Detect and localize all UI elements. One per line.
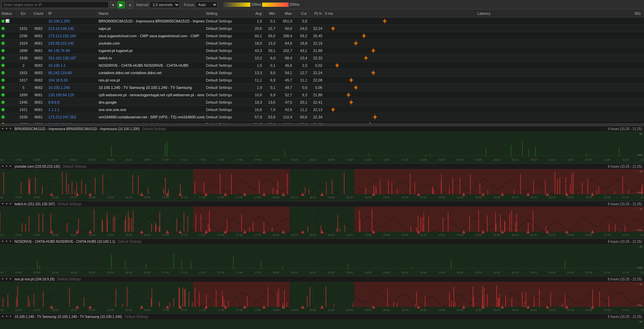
- interval-select[interactable]: 2,5 seconds 5 seconds 10 seconds: [150, 1, 180, 8]
- table-row[interactable]: 📊 10.100.1.200 BRN30055C8A151D - Impress…: [0, 17, 644, 25]
- svg-text:20:40: 20:40: [567, 309, 574, 312]
- ip-link[interactable]: 130.185.84.129: [48, 93, 74, 97]
- svg-rect-221: [354, 169, 644, 194]
- min-cell: 0,1: [263, 17, 277, 24]
- svg-text:19:40: 19:40: [457, 233, 464, 236]
- ip-link[interactable]: 151.101.130.167: [48, 56, 76, 60]
- chart-menu[interactable]: • • •: [2, 314, 12, 319]
- ip-cell[interactable]: 173.212.247.253: [47, 113, 97, 120]
- svg-text:20:30: 20:30: [549, 309, 556, 312]
- count-cell: 8682: [30, 84, 47, 91]
- ip-cell[interactable]: 94.130.76.99: [47, 47, 97, 54]
- ip-cell[interactable]: 130.185.84.129: [47, 91, 97, 98]
- table-row[interactable]: 1945 8681 8.8.8.8 dns.google Default Set…: [0, 99, 644, 106]
- ip-cell[interactable]: 1.1.1.1: [47, 106, 97, 113]
- svg-text:19:40: 19:40: [457, 271, 464, 274]
- ip-cell[interactable]: 34.232.130.92: [47, 121, 97, 123]
- setting-cell: Default Settings: [205, 25, 248, 32]
- svg-rect-14: [371, 49, 375, 52]
- svg-text:17:10: 17:10: [180, 309, 187, 312]
- pause-button[interactable]: ⏸: [126, 1, 133, 8]
- setting-cell: Default Settings: [205, 106, 248, 113]
- ip-cell[interactable]: 8.8.8.8: [47, 99, 97, 106]
- svg-text:18:50: 18:50: [365, 196, 372, 199]
- chart-menu[interactable]: • • •: [2, 126, 12, 131]
- latency-bar-100ms: [224, 2, 251, 7]
- svg-text:20:50: 20:50: [585, 196, 592, 199]
- svg-text:19:00: 19:00: [383, 309, 390, 312]
- avg-cell: 57,9: [248, 113, 263, 120]
- table-row[interactable]: 1931 8682 213.13.146.142 sapo.pt Default…: [0, 25, 644, 32]
- ip-cell[interactable]: 10.100.1.1: [47, 62, 97, 69]
- svg-text:18:10: 18:10: [291, 271, 298, 274]
- ip-link[interactable]: 10.100.1.240: [48, 86, 70, 90]
- ip-cell[interactable]: 213.13.146.142: [47, 25, 97, 32]
- chart-header: • • • youtube.com (216.58.215.142) Defau…: [0, 164, 644, 169]
- ip-cell[interactable]: 85.242.119.60: [47, 69, 97, 76]
- name-cell: BRN30055C8A151D - Impressora BRN30055C8A…: [97, 17, 205, 24]
- focus-select[interactable]: Auto Manual: [195, 1, 218, 8]
- ip-link[interactable]: 173.212.226.160: [48, 34, 76, 38]
- svg-text:20:20: 20:20: [530, 158, 537, 161]
- svg-text:15:40: 15:40: [15, 233, 22, 236]
- svg-text:21:00: 21:00: [604, 233, 611, 236]
- chart-icon: 📊: [5, 19, 9, 23]
- resize-divider[interactable]: • • •: [0, 123, 644, 126]
- ip-cell[interactable]: 173.212.226.160: [47, 32, 97, 39]
- target-input[interactable]: [1, 1, 109, 8]
- svg-rect-33: [325, 100, 392, 105]
- chart-menu[interactable]: • • •: [2, 164, 12, 169]
- ip-cell[interactable]: 216.58.215.142: [47, 40, 97, 47]
- svg-text:18:30: 18:30: [328, 309, 335, 312]
- svg-rect-677: [354, 282, 644, 307]
- svg-rect-9: [325, 41, 392, 46]
- table-row[interactable]: 1917 8682 104.18.9.26 nos.pt nos.pt Defa…: [0, 76, 644, 84]
- ip-link[interactable]: 216.58.215.142: [48, 41, 74, 45]
- table-row[interactable]: 1938 8682 151.101.130.167 twitch.tv Defa…: [0, 54, 644, 62]
- chart-menu[interactable]: • • •: [2, 277, 12, 281]
- chart-header: • • • BRN30055C8A151D - Impressora BRN30…: [0, 126, 644, 131]
- target-dropdown[interactable]: ▼: [110, 1, 116, 8]
- chart-svg: 15:3015:4015:5016:0016:1016:2016:3016:40…: [0, 319, 644, 329]
- svg-text:17:30: 17:30: [217, 158, 224, 161]
- chart-block: • • • NOSDRIVE - CHITA-HUB5 NOSDRIVE - C…: [0, 239, 644, 276]
- table-row[interactable]: 1899 8681 94.130.76.99 tuganet.pt tugane…: [0, 47, 644, 54]
- table-row[interactable]: 1899 8681 130.185.84.129 cp9.webserver.p…: [0, 91, 644, 99]
- ip-link[interactable]: 10.100.1.200: [48, 19, 70, 23]
- ip-cell[interactable]: 104.18.9.26: [47, 76, 97, 84]
- ip-cell[interactable]: 10.100.1.200: [47, 17, 97, 24]
- ip-link[interactable]: 94.130.76.99: [48, 49, 70, 53]
- svg-text:16:00: 16:00: [52, 196, 59, 199]
- svg-text:16:50: 16:50: [144, 196, 151, 199]
- min-cell: 13,3: [263, 40, 277, 47]
- ip-link[interactable]: 173.212.247.253: [48, 115, 76, 119]
- svg-text:17:50: 17:50: [254, 271, 261, 274]
- ip-link[interactable]: 85.242.119.60: [48, 71, 72, 75]
- table-row[interactable]: 2296 8681 173.212.226.160 zeus.tuganetcl…: [0, 32, 644, 40]
- table-row[interactable]: 1939 8681 173.212.247.253 vmi164600.cont…: [0, 113, 644, 121]
- ip-cell[interactable]: 10.100.1.240: [47, 84, 97, 91]
- svg-text:18:20: 18:20: [309, 271, 316, 274]
- latency-spark: [325, 77, 392, 83]
- chart-menu[interactable]: • • •: [2, 239, 12, 244]
- svg-text:18:30: 18:30: [328, 158, 335, 161]
- ip-cell[interactable]: 151.101.130.167: [47, 54, 97, 61]
- chart-title: BRN30055C8A151D - Impressora BRN30055C8A…: [14, 127, 140, 131]
- table-row[interactable]: 5 8682 10.100.1.240 10.100.1.240 - TV Sa…: [0, 84, 644, 91]
- play-button[interactable]: ▶: [117, 1, 125, 8]
- svg-text:20:20: 20:20: [530, 233, 537, 236]
- chart-canvas: 15:3015:4015:5016:0016:1016:2016:3016:40…: [0, 319, 644, 329]
- ip-link[interactable]: 1.1.1.1: [48, 108, 60, 112]
- ip-link[interactable]: 34.232.130.92: [48, 122, 72, 124]
- ip-link[interactable]: 8.8.8.8: [48, 100, 60, 104]
- table-row[interactable]: 1931 8683 85.242.119.60 contalivre.ddns.…: [0, 69, 644, 76]
- chart-menu[interactable]: • • •: [2, 202, 12, 206]
- ip-link[interactable]: 104.18.9.26: [48, 78, 68, 82]
- ip-link[interactable]: 10.100.1.1: [48, 63, 66, 67]
- pl-cell: 22,32: [309, 54, 324, 61]
- table-row[interactable]: 1924 8681 216.58.215.142 youtube.com Def…: [0, 40, 644, 47]
- svg-text:16:00: 16:00: [52, 271, 59, 274]
- table-row[interactable]: 2 8682 10.100.1.1 NOSDRIVE - CHITA-HUB5 …: [0, 62, 644, 69]
- table-row[interactable]: 1921 8681 1.1.1.1 one.one.one.one Defaul…: [0, 106, 644, 113]
- ip-link[interactable]: 213.13.146.142: [48, 26, 74, 31]
